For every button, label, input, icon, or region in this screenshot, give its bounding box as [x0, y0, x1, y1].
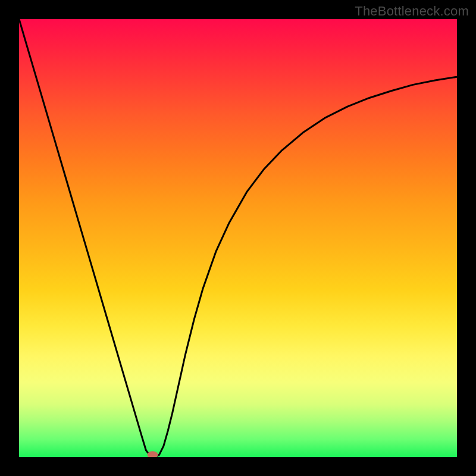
watermark-text: TheBottleneck.com	[355, 4, 469, 19]
chart-frame: TheBottleneck.com	[0, 0, 476, 476]
minimum-marker	[147, 451, 158, 457]
bottleneck-curve	[19, 19, 457, 457]
plot-area	[19, 19, 457, 457]
curve-svg	[19, 19, 457, 457]
